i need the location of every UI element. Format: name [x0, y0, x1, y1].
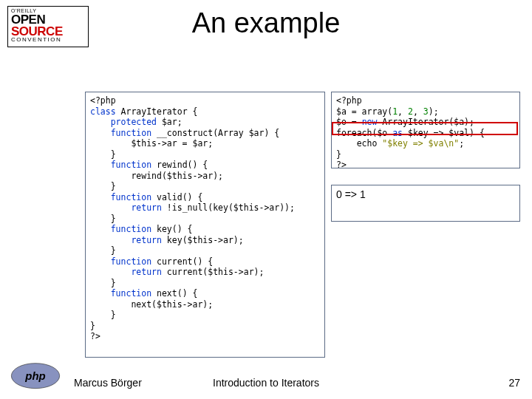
- footer-page: 27: [508, 377, 520, 389]
- code-left: <?php class ArrayIterator { protected $a…: [90, 95, 320, 342]
- code-right: <?php $a = array(1, 2, 3); $o = new Arra…: [336, 95, 515, 171]
- slide: O'REILLY OPEN SOURCE CONVENTION An examp…: [0, 0, 532, 399]
- footer-title: Introduction to Iterators: [0, 377, 532, 389]
- output-box: 0 => 1: [331, 185, 520, 222]
- code-box-left: <?php class ArrayIterator { protected $a…: [85, 92, 325, 358]
- output-text: 0 => 1: [336, 188, 366, 200]
- page-title: An example: [0, 7, 532, 39]
- code-box-right: <?php $a = array(1, 2, 3); $o = new Arra…: [331, 92, 520, 168]
